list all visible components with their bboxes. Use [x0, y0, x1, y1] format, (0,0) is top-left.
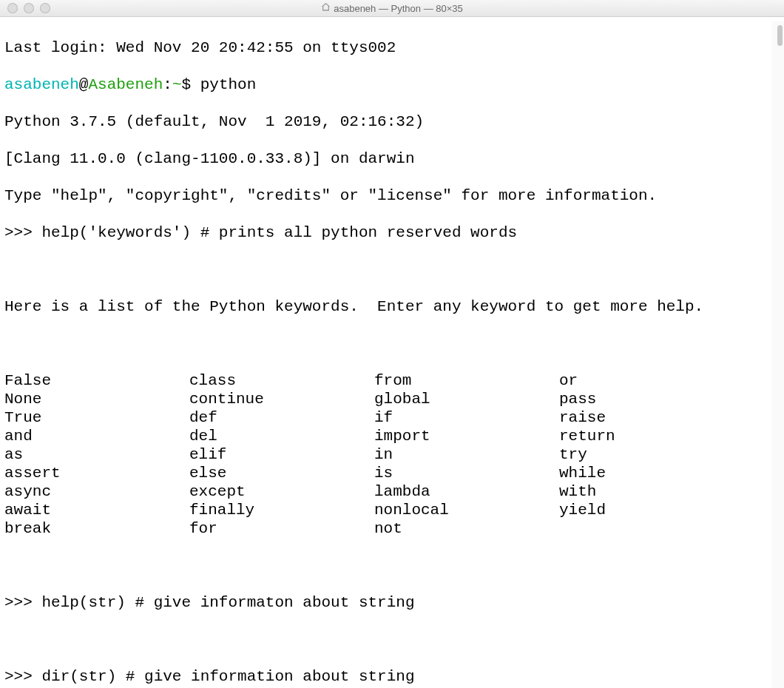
repl-cmd-dirstr: dir(str) # give information about string	[41, 668, 414, 685]
repl-line-helpstr: >>> help(str) # give informaton about st…	[4, 593, 780, 612]
window-title-text: asabeneh — Python — 80×35	[334, 3, 463, 14]
keyword-cell: from	[374, 371, 559, 390]
keyword-cell: async	[4, 482, 189, 501]
blank-line	[4, 260, 780, 279]
home-icon	[321, 2, 331, 14]
repl-prompt: >>>	[4, 594, 41, 611]
keywords-intro: Here is a list of the Python keywords. E…	[4, 297, 780, 316]
keyword-cell: continue	[189, 390, 374, 408]
keyword-cell: False	[4, 371, 189, 390]
prompt-at: @	[79, 76, 89, 93]
keyword-cell: None	[4, 390, 189, 408]
keyword-cell: as	[4, 445, 189, 464]
blank-line	[4, 334, 780, 353]
keyword-cell: if	[374, 408, 559, 427]
keyword-cell: raise	[559, 408, 744, 427]
prompt-user: asabeneh	[4, 76, 79, 93]
keyword-cell	[559, 519, 744, 538]
keyword-cell: break	[4, 519, 189, 538]
blank-line	[4, 556, 780, 575]
keyword-cell: yield	[559, 501, 744, 519]
keywords-table: FalseclassfromorNonecontinueglobalpassTr…	[4, 371, 780, 538]
keyword-cell: with	[559, 482, 744, 501]
keyword-cell: except	[189, 482, 374, 501]
keyword-cell: return	[559, 427, 744, 445]
keyword-cell: class	[189, 371, 374, 390]
help-hint: Type "help", "copyright", "credits" or "…	[4, 186, 780, 205]
repl-line-keywords: >>> help('keywords') # prints all python…	[4, 223, 780, 242]
python-version: Python 3.7.5 (default, Nov 1 2019, 02:16…	[4, 112, 780, 131]
prompt-path: ~	[172, 76, 182, 93]
keyword-cell: while	[559, 464, 744, 482]
keyword-cell: del	[189, 427, 374, 445]
keyword-cell: or	[559, 371, 744, 390]
repl-line-dirstr: >>> dir(str) # give information about st…	[4, 667, 780, 686]
keyword-cell: and	[4, 427, 189, 445]
keyword-cell: finally	[189, 501, 374, 519]
window-title: asabeneh — Python — 80×35	[0, 2, 784, 14]
shell-prompt-line: asabeneh@Asabeneh:~$ python	[4, 75, 780, 94]
keyword-cell: is	[374, 464, 559, 482]
last-login-line: Last login: Wed Nov 20 20:42:55 on ttys0…	[4, 38, 780, 57]
keyword-cell: in	[374, 445, 559, 464]
scrollbar[interactable]	[772, 21, 784, 688]
repl-prompt: >>>	[4, 224, 41, 241]
repl-cmd-helpstr: help(str) # give informaton about string	[41, 594, 414, 611]
keyword-cell: pass	[559, 390, 744, 408]
window-titlebar: asabeneh — Python — 80×35	[0, 0, 784, 17]
keyword-cell: import	[374, 427, 559, 445]
blank-line	[4, 630, 780, 649]
keyword-cell: try	[559, 445, 744, 464]
keyword-cell: not	[374, 519, 559, 538]
prompt-end: $	[181, 76, 200, 93]
keyword-cell: nonlocal	[374, 501, 559, 519]
keyword-cell: for	[189, 519, 374, 538]
terminal-content[interactable]: Last login: Wed Nov 20 20:42:55 on ttys0…	[0, 17, 784, 688]
repl-prompt: >>>	[4, 668, 41, 685]
keyword-cell: else	[189, 464, 374, 482]
clang-line: [Clang 11.0.0 (clang-1100.0.33.8)] on da…	[4, 149, 780, 168]
repl-cmd-keywords: help('keywords') # prints all python res…	[41, 224, 517, 241]
keyword-cell: elif	[189, 445, 374, 464]
keyword-cell: global	[374, 390, 559, 408]
prompt-host: Asabeneh	[88, 76, 163, 93]
cmd-python: python	[200, 76, 257, 93]
keyword-cell: await	[4, 501, 189, 519]
keyword-cell: True	[4, 408, 189, 427]
keyword-cell: lambda	[374, 482, 559, 501]
keyword-cell: assert	[4, 464, 189, 482]
scrollbar-thumb[interactable]	[777, 25, 783, 46]
prompt-sep: :	[163, 76, 172, 93]
keyword-cell: def	[189, 408, 374, 427]
